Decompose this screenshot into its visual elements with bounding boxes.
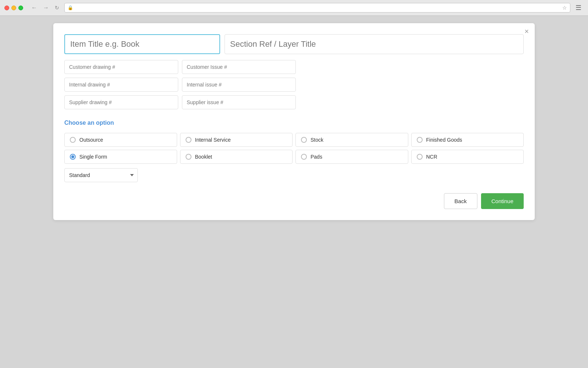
standard-dropdown[interactable]: Standard Custom Premium bbox=[64, 168, 138, 182]
close-traffic-light[interactable] bbox=[4, 6, 9, 10]
forward-nav-button[interactable]: → bbox=[41, 4, 51, 12]
option-stock[interactable]: Stock bbox=[295, 133, 408, 147]
item-title-input[interactable] bbox=[64, 34, 220, 54]
option-internal-service-label: Internal Service bbox=[195, 137, 231, 143]
option-finished-goods[interactable]: Finished Goods bbox=[411, 133, 524, 147]
modal-close-button[interactable]: × bbox=[524, 28, 529, 35]
continue-button[interactable]: Continue bbox=[481, 193, 524, 209]
option-stock-label: Stock bbox=[311, 137, 323, 143]
menu-icon[interactable]: ☰ bbox=[573, 3, 584, 13]
customer-issue-input[interactable] bbox=[182, 60, 296, 74]
option-internal-service[interactable]: Internal Service bbox=[180, 133, 293, 147]
bookmark-icon[interactable]: ☆ bbox=[562, 5, 567, 11]
option-outsource-label: Outsource bbox=[79, 137, 103, 143]
option-booklet[interactable]: Booklet bbox=[180, 150, 293, 164]
internal-issue-input[interactable] bbox=[182, 78, 296, 92]
dropdown-row: Standard Custom Premium bbox=[64, 168, 524, 182]
option-pads-label: Pads bbox=[311, 154, 322, 160]
back-nav-button[interactable]: ← bbox=[29, 4, 39, 12]
choose-option-label: Choose an option bbox=[64, 120, 524, 126]
traffic-lights bbox=[4, 6, 23, 10]
browser-chrome: ← → ↻ 🔒 ☆ ☰ bbox=[0, 0, 588, 16]
address-bar-container: 🔒 ☆ bbox=[64, 3, 570, 13]
option-ncr[interactable]: NCR bbox=[411, 150, 524, 164]
maximize-traffic-light[interactable] bbox=[18, 6, 23, 10]
nav-buttons: ← → ↻ bbox=[29, 4, 61, 12]
supplier-drawing-input[interactable] bbox=[64, 95, 178, 109]
option-single-form-radio[interactable] bbox=[70, 154, 76, 160]
option-ncr-label: NCR bbox=[426, 154, 437, 160]
internal-drawing-input[interactable] bbox=[64, 78, 178, 92]
page-content: × Choose an option Outsource bbox=[0, 16, 588, 354]
option-pads-radio[interactable] bbox=[301, 154, 307, 160]
title-row bbox=[64, 34, 524, 54]
option-outsource[interactable]: Outsource bbox=[64, 133, 177, 147]
lock-icon: 🔒 bbox=[68, 5, 73, 10]
option-single-form-label: Single Form bbox=[79, 154, 107, 160]
section-ref-input[interactable] bbox=[225, 34, 524, 54]
customer-drawing-input[interactable] bbox=[64, 60, 178, 74]
minimize-traffic-light[interactable] bbox=[11, 6, 16, 10]
option-ncr-radio[interactable] bbox=[417, 154, 423, 160]
option-finished-goods-radio[interactable] bbox=[417, 137, 423, 143]
modal-card: × Choose an option Outsource bbox=[53, 23, 535, 220]
back-button[interactable]: Back bbox=[444, 193, 477, 209]
option-booklet-label: Booklet bbox=[195, 154, 212, 160]
option-outsource-radio[interactable] bbox=[70, 137, 76, 143]
option-stock-radio[interactable] bbox=[301, 137, 307, 143]
option-single-form[interactable]: Single Form bbox=[64, 150, 177, 164]
options-grid: Outsource Internal Service Stock Finishe… bbox=[64, 133, 524, 164]
drawing-fields-grid bbox=[64, 60, 296, 109]
supplier-issue-input[interactable] bbox=[182, 95, 296, 109]
option-pads[interactable]: Pads bbox=[295, 150, 408, 164]
option-booklet-radio[interactable] bbox=[186, 154, 191, 160]
option-internal-service-radio[interactable] bbox=[186, 137, 191, 143]
option-finished-goods-label: Finished Goods bbox=[426, 137, 462, 143]
reload-button[interactable]: ↻ bbox=[53, 4, 61, 12]
action-buttons: Back Continue bbox=[64, 193, 524, 209]
address-bar-input[interactable] bbox=[75, 5, 560, 11]
